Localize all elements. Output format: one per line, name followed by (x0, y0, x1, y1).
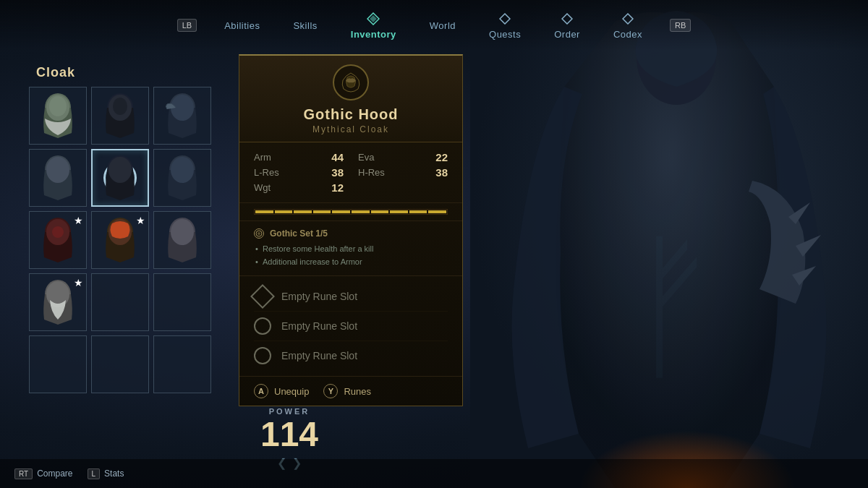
pip-10 (428, 210, 446, 213)
nav-item-codex[interactable]: Codex (608, 8, 648, 43)
pip-4 (313, 210, 331, 213)
pip-1 (255, 210, 273, 213)
unequip-key: A (254, 384, 268, 398)
rune-circle-icon-1 (254, 317, 271, 335)
items-grid: ★ ★ (29, 87, 211, 393)
item-slot-13[interactable] (29, 335, 87, 393)
stat-arm: Arm 44 (254, 151, 344, 163)
item-slot-15[interactable] (153, 335, 211, 393)
item-slot-5-selected[interactable] (91, 149, 149, 207)
item-slot-12[interactable] (153, 273, 211, 331)
stats-key: L (88, 468, 101, 479)
unequip-button[interactable]: A Unequip (254, 384, 309, 398)
top-navigation: LB Abilities Skills Inventory World Ques… (0, 0, 868, 51)
item-name: Gothic Hood (304, 106, 399, 123)
stat-eva-label: Eva (358, 152, 374, 163)
category-label: Cloak (36, 65, 75, 80)
item-slot-3[interactable] (153, 87, 211, 145)
detail-panel: Gothic Hood Mythical Cloak Arm 44 Eva 22… (239, 54, 463, 406)
stat-wgt-label: Wgt (254, 182, 271, 193)
upgrade-indicator-8: ★ (136, 215, 145, 226)
item-slot-7[interactable]: ★ (29, 211, 87, 269)
right-bumper-button[interactable]: RB (670, 19, 691, 32)
item-slot-2[interactable] (91, 87, 149, 145)
item-slot-8[interactable]: ★ (91, 211, 149, 269)
stat-wgt: Wgt 12 (254, 181, 344, 194)
set-bonus-2: Additional increase to Armor (254, 256, 448, 269)
abilities-label: Abilities (224, 20, 260, 31)
svg-point-12 (113, 98, 127, 115)
stats-action[interactable]: L Stats (88, 468, 124, 479)
rune-slot-2-label: Empty Rune Slot (281, 320, 357, 332)
nav-item-abilities[interactable]: Abilities (218, 17, 265, 35)
item-slot-11[interactable] (91, 273, 149, 331)
bottom-bar: RT Compare L Stats (0, 459, 868, 488)
set-icon (254, 228, 264, 239)
pip-5 (332, 210, 350, 213)
stat-eva: Eva 22 (358, 151, 448, 163)
item-slot-1[interactable] (29, 87, 87, 145)
power-value: 114 (260, 417, 318, 452)
svg-point-16 (46, 157, 69, 183)
item-slot-14[interactable] (91, 335, 149, 393)
item-slot-6[interactable] (153, 149, 211, 207)
nav-item-quests[interactable]: Quests (483, 8, 527, 43)
quality-track (254, 209, 448, 215)
quality-bar (239, 203, 462, 221)
stat-lres-label: L-Res (254, 167, 279, 178)
pip-8 (390, 210, 408, 213)
stat-arm-value: 44 (331, 151, 344, 163)
rune-circle-icon-2 (254, 347, 271, 364)
svg-marker-4 (500, 14, 510, 24)
svg-point-31 (258, 232, 260, 235)
rune-slot-2[interactable]: Empty Rune Slot (254, 312, 448, 341)
stats-grid: Arm 44 Eva 22 L-Res 38 H-Res 38 Wgt 12 (254, 151, 448, 194)
panel-header: Gothic Hood Mythical Cloak (239, 56, 462, 142)
runes-key: Y (323, 384, 338, 398)
nav-item-order[interactable]: Order (548, 8, 586, 43)
skills-label: Skills (293, 20, 317, 31)
codex-label: Codex (613, 29, 642, 40)
svg-point-27 (171, 219, 194, 245)
stat-hres-label: H-Res (358, 167, 385, 178)
order-icon (560, 12, 574, 26)
runes-button[interactable]: Y Runes (323, 384, 371, 398)
svg-point-9 (49, 96, 67, 116)
pip-2 (275, 210, 293, 213)
nav-item-world[interactable]: World (424, 17, 461, 35)
item-emblem (333, 64, 369, 100)
upgrade-indicator-7: ★ (74, 215, 83, 226)
item-slot-4[interactable] (29, 149, 87, 207)
svg-marker-6 (623, 14, 633, 24)
stat-hres-value: 38 (435, 166, 448, 179)
svg-point-23 (52, 226, 64, 238)
item-slot-9[interactable] (153, 211, 211, 269)
item-slot-10[interactable]: ★ (29, 273, 87, 331)
rune-slot-3[interactable]: Empty Rune Slot (254, 341, 448, 370)
pip-9 (409, 210, 427, 213)
rune-slot-1[interactable]: Empty Rune Slot (254, 282, 448, 312)
stats-label: Stats (104, 468, 124, 479)
rune-slot-3-label: Empty Rune Slot (281, 350, 357, 361)
stats-section: Arm 44 Eva 22 L-Res 38 H-Res 38 Wgt 12 (239, 142, 462, 203)
pip-3 (294, 210, 312, 213)
runes-label: Runes (344, 386, 371, 397)
action-buttons: A Unequip Y Runes (239, 377, 462, 406)
compare-action[interactable]: RT Compare (14, 468, 73, 479)
pip-6 (352, 210, 370, 213)
set-bonus-1: Restore some Health after a kill (254, 243, 448, 256)
world-label: World (430, 20, 456, 31)
pip-7 (371, 210, 389, 213)
left-bumper-button[interactable]: LB (177, 19, 197, 32)
svg-marker-5 (562, 14, 572, 24)
rune-diamond-icon (250, 284, 275, 309)
svg-point-29 (46, 281, 69, 307)
gothic-hood-icon (340, 72, 362, 93)
svg-point-20 (171, 157, 194, 183)
stat-hres: H-Res 38 (358, 166, 448, 179)
upgrade-indicator-10: ★ (74, 277, 83, 288)
nav-item-skills[interactable]: Skills (287, 17, 323, 35)
stat-arm-label: Arm (254, 152, 271, 163)
stat-lres-value: 38 (331, 166, 344, 179)
nav-item-inventory[interactable]: Inventory (345, 8, 402, 43)
